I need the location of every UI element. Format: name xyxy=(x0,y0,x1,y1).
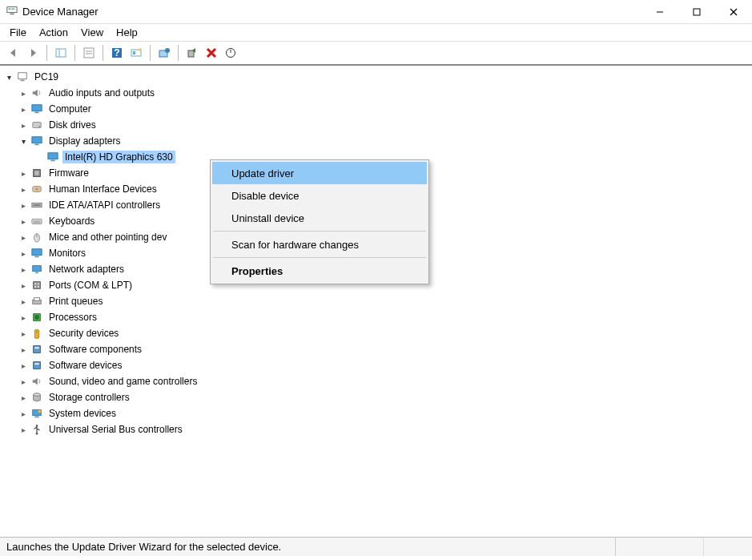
expand-collapse-toggle[interactable]: ▸ xyxy=(18,265,29,274)
tree-category-19[interactable]: ▸System devices xyxy=(2,405,750,421)
svg-point-67 xyxy=(36,433,38,435)
nav-back-button[interactable] xyxy=(5,44,22,62)
svg-text:?: ? xyxy=(114,47,119,58)
svg-rect-26 xyxy=(34,112,38,114)
expand-collapse-toggle[interactable]: ▸ xyxy=(18,169,29,178)
tree-root[interactable]: ▾PC19 xyxy=(2,69,750,85)
tree-category-2[interactable]: ▸Disk drives xyxy=(2,117,750,133)
expand-collapse-toggle[interactable]: ▸ xyxy=(18,329,29,338)
expand-collapse-toggle[interactable]: ▾ xyxy=(3,73,14,82)
disable-device-button[interactable] xyxy=(222,44,239,62)
expand-collapse-toggle[interactable]: ▾ xyxy=(18,137,29,146)
expand-collapse-toggle[interactable]: ▸ xyxy=(18,425,29,434)
monitor-icon xyxy=(46,151,59,163)
tree-node-label: Monitors xyxy=(46,247,88,260)
tree-node-label: Network adapters xyxy=(46,263,127,276)
printer-icon xyxy=(30,295,43,308)
svg-rect-19 xyxy=(188,50,194,57)
context-menu-item-2[interactable]: Uninstall device xyxy=(212,207,427,229)
pc-icon xyxy=(16,71,29,83)
tree-category-3[interactable]: ▾Display adapters xyxy=(2,133,750,149)
svg-rect-34 xyxy=(34,171,38,175)
mouse-icon xyxy=(30,231,43,244)
menu-view[interactable]: View xyxy=(74,25,110,40)
show-hide-tree-button[interactable] xyxy=(52,44,70,62)
tree-node-label: Mice and other pointing dev xyxy=(46,231,169,244)
expand-collapse-toggle[interactable]: ▸ xyxy=(18,185,29,194)
uninstall-device-button[interactable] xyxy=(203,44,220,62)
svg-rect-48 xyxy=(34,282,41,289)
svg-rect-61 xyxy=(34,362,41,369)
minimize-button[interactable] xyxy=(641,0,678,24)
tree-category-17[interactable]: ▸Sound, video and game controllers xyxy=(2,373,750,389)
svg-marker-68 xyxy=(35,425,38,427)
expand-collapse-toggle[interactable]: ▸ xyxy=(18,297,29,306)
tree-node-label: Computer xyxy=(46,103,94,115)
tree-node-label: Storage controllers xyxy=(46,391,132,404)
software-icon xyxy=(30,343,43,356)
expand-collapse-toggle[interactable]: ▸ xyxy=(18,361,29,370)
tree-node-label: Software devices xyxy=(46,359,124,372)
tree-category-15[interactable]: ▸Software components xyxy=(2,341,750,357)
svg-rect-29 xyxy=(32,137,42,143)
toolbar-separator xyxy=(150,45,151,61)
tree-category-13[interactable]: ▸Processors xyxy=(2,309,750,325)
expand-collapse-toggle[interactable]: ▸ xyxy=(18,201,29,210)
svg-rect-31 xyxy=(48,153,58,159)
tree-node-label: Software components xyxy=(46,343,144,356)
tree-category-18[interactable]: ▸Storage controllers xyxy=(2,389,750,405)
chip-icon xyxy=(30,167,43,179)
nav-forward-button[interactable] xyxy=(24,44,42,62)
expand-collapse-toggle[interactable]: ▸ xyxy=(18,233,29,242)
menu-help[interactable]: Help xyxy=(110,25,144,40)
context-menu-item-4[interactable]: Scan for hardware changes xyxy=(212,233,427,256)
menu-action[interactable]: Action xyxy=(33,25,74,40)
expand-collapse-toggle[interactable]: ▸ xyxy=(18,105,29,114)
expand-collapse-toggle[interactable]: ▸ xyxy=(18,409,29,418)
expand-collapse-toggle[interactable]: ▸ xyxy=(18,249,29,258)
expand-collapse-toggle[interactable]: ▸ xyxy=(18,217,29,226)
svg-point-52 xyxy=(38,286,39,288)
tree-category-12[interactable]: ▸Print queues xyxy=(2,293,750,309)
maximize-button[interactable] xyxy=(678,0,715,24)
svg-rect-45 xyxy=(34,256,38,258)
svg-point-51 xyxy=(34,286,36,288)
expand-collapse-toggle[interactable]: ▸ xyxy=(18,313,29,322)
expand-collapse-toggle[interactable]: ▸ xyxy=(18,89,29,98)
tree-node-label: Intel(R) HD Graphics 630 xyxy=(62,151,175,163)
expand-collapse-toggle[interactable]: ▸ xyxy=(18,281,29,290)
expand-collapse-toggle[interactable]: ▸ xyxy=(18,345,29,354)
keyboard-icon xyxy=(30,215,43,228)
tree-category-20[interactable]: ▸Universal Serial Bus controllers xyxy=(2,421,750,437)
menu-file[interactable]: File xyxy=(3,25,33,40)
speaker-icon xyxy=(30,375,43,388)
scan-hardware-button[interactable] xyxy=(127,44,145,62)
tree-category-1[interactable]: ▸Computer xyxy=(2,101,750,117)
svg-point-18 xyxy=(165,48,170,53)
tree-node-label: Universal Serial Bus controllers xyxy=(46,423,185,436)
tree-category-16[interactable]: ▸Software devices xyxy=(2,357,750,373)
storage-icon xyxy=(30,391,43,404)
update-driver-button[interactable] xyxy=(155,44,173,62)
statusbar: Launches the Update Driver Wizard for th… xyxy=(0,537,752,556)
svg-rect-44 xyxy=(32,249,42,256)
context-menu-item-0[interactable]: Update driver xyxy=(212,162,427,184)
context-menu-separator xyxy=(213,231,426,232)
context-menu-item-1[interactable]: Disable device xyxy=(212,184,427,207)
tree-category-14[interactable]: ▸Security devices xyxy=(2,325,750,341)
tree-node-label: Processors xyxy=(46,311,99,324)
software-icon xyxy=(30,359,43,372)
properties-button[interactable] xyxy=(80,44,98,62)
expand-collapse-toggle[interactable]: ▸ xyxy=(18,393,29,402)
expand-collapse-toggle[interactable]: ▸ xyxy=(18,377,29,386)
help-button[interactable]: ? xyxy=(108,44,126,62)
device-tree[interactable]: ▾PC19▸Audio inputs and outputs▸Computer▸… xyxy=(0,66,752,537)
svg-rect-15 xyxy=(131,50,141,56)
context-menu-item-6[interactable]: Properties xyxy=(212,260,427,282)
network-icon xyxy=(30,263,43,276)
enable-device-button[interactable] xyxy=(183,44,201,62)
tree-category-0[interactable]: ▸Audio inputs and outputs xyxy=(2,85,750,101)
context-menu: Update driverDisable deviceUninstall dev… xyxy=(210,159,429,284)
close-button[interactable] xyxy=(715,0,752,24)
expand-collapse-toggle[interactable]: ▸ xyxy=(18,121,29,130)
